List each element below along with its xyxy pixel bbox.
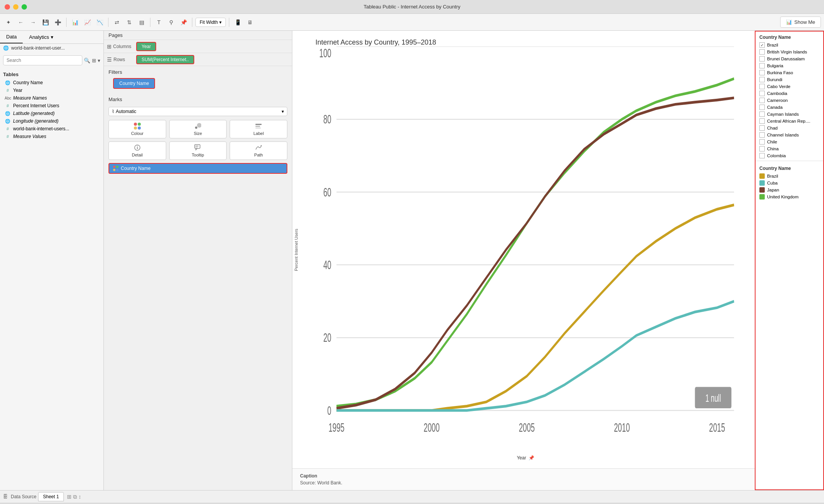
maximize-button[interactable]: [22, 4, 27, 10]
duplicate-sheet-icon[interactable]: ⧉: [73, 494, 77, 500]
columns-pill[interactable]: Year: [136, 42, 156, 51]
tab-data[interactable]: Data: [0, 31, 23, 43]
checkbox-channel[interactable]: [759, 132, 765, 138]
datasource-name[interactable]: world-bank-internet-user...: [11, 45, 65, 51]
colour-button[interactable]: Colour: [108, 120, 166, 138]
label-icon[interactable]: T: [153, 17, 164, 28]
rows-pill[interactable]: SUM(Percent Internet..: [136, 55, 194, 64]
svg-point-1: [197, 123, 201, 128]
add-sheet-icon[interactable]: ⊞: [67, 494, 72, 500]
minimize-button[interactable]: [13, 4, 18, 10]
field-country-name[interactable]: 🌐 Country Name: [0, 79, 103, 86]
field-label: world-bank-internet-users...: [13, 126, 69, 131]
checkbox-chile[interactable]: [759, 139, 765, 145]
chart3-icon[interactable]: 📉: [94, 17, 105, 28]
checkbox-bulgaria[interactable]: [759, 63, 765, 68]
legend-filter-car[interactable]: Central African Rep....: [756, 118, 823, 125]
forward-icon[interactable]: →: [28, 17, 38, 28]
pin-icon[interactable]: 📌: [178, 17, 189, 28]
filter-item-label: Cayman Islands: [767, 112, 799, 116]
checkbox-brunei[interactable]: [759, 56, 765, 62]
more-options-icon[interactable]: ▾: [98, 58, 100, 63]
size-button[interactable]: Size: [169, 120, 227, 138]
search-icon[interactable]: 🔍: [84, 58, 90, 63]
legend-uk[interactable]: United Kingdom: [756, 193, 823, 200]
size-icon: [194, 123, 201, 130]
checkbox-burundi[interactable]: [759, 77, 765, 82]
legend-filter-cabo[interactable]: Cabo Verde: [756, 83, 823, 90]
grid-view-icon[interactable]: ⊞: [92, 58, 96, 63]
filter-item-label: Cabo Verde: [767, 84, 791, 89]
checkbox-china[interactable]: [759, 146, 765, 151]
legend-cuba[interactable]: Cuba: [756, 180, 823, 186]
marks-type-dropdown[interactable]: ⌇ Automatic ▾: [108, 107, 287, 116]
legend-japan[interactable]: Japan: [756, 186, 823, 193]
legend-filter-cayman[interactable]: Cayman Islands: [756, 111, 823, 118]
legend-filter-brunei[interactable]: Brunei Darussalam: [756, 55, 823, 62]
field-worldbank[interactable]: # world-bank-internet-users...: [0, 125, 103, 133]
chart2-icon[interactable]: 📈: [82, 17, 93, 28]
swap-icon[interactable]: ⇄: [112, 17, 122, 28]
legend-filter-brazil[interactable]: ✓ Brazil: [756, 42, 823, 48]
tab-analytics[interactable]: Analytics ▾: [23, 31, 103, 43]
field-measure-values[interactable]: # Measure Values: [0, 133, 103, 140]
show-me-button[interactable]: 📊 Show Me: [780, 17, 821, 28]
legend-filter-channel[interactable]: Channel Islands: [756, 131, 823, 138]
legend-filter-bulgaria[interactable]: Bulgaria: [756, 62, 823, 69]
back-icon[interactable]: ←: [15, 17, 26, 28]
datasource-tab[interactable]: Data Source: [11, 494, 37, 499]
field-latitude[interactable]: 🌐 Latitude (generated): [0, 110, 103, 117]
size-label: Size: [194, 131, 202, 136]
add-datasource-icon[interactable]: ➕: [52, 17, 63, 28]
path-button[interactable]: Path: [230, 141, 287, 160]
svg-text:1995: 1995: [329, 421, 344, 434]
group-icon[interactable]: ▤: [136, 17, 147, 28]
present-icon[interactable]: 🖥: [245, 17, 255, 28]
checkbox-burkina[interactable]: [759, 70, 765, 75]
legend-filter-chad[interactable]: Chad: [756, 125, 823, 131]
checkbox-cayman[interactable]: [759, 111, 765, 117]
sort-sheet-icon[interactable]: ↕: [78, 494, 81, 500]
checkbox-cambodia[interactable]: [759, 91, 765, 96]
checkbox-car[interactable]: [759, 118, 765, 124]
label-button[interactable]: Label: [230, 120, 287, 138]
field-longitude[interactable]: 🌐 Longitude (generated): [0, 117, 103, 125]
chart-icon[interactable]: 📊: [70, 17, 80, 28]
legend-filter-colombia[interactable]: Colombia: [756, 152, 823, 159]
checkbox-cameroon[interactable]: [759, 98, 765, 103]
checkbox-cabo[interactable]: [759, 84, 765, 89]
japan-color-swatch: [759, 187, 765, 193]
checkbox-canada[interactable]: [759, 105, 765, 110]
search-input[interactable]: [3, 55, 82, 65]
device-icon[interactable]: 📱: [232, 17, 243, 28]
legend-filter-china[interactable]: China: [756, 145, 823, 152]
save-icon[interactable]: 💾: [40, 17, 51, 28]
color-pill[interactable]: Country Name: [108, 163, 287, 174]
tableau-logo-icon[interactable]: ✦: [3, 17, 14, 28]
legend-filter-cameroon[interactable]: Cameroon: [756, 97, 823, 104]
sort-icon[interactable]: ⇅: [124, 17, 135, 28]
field-percent-internet[interactable]: # Percent Internet Users: [0, 102, 103, 110]
legend-filter-canada[interactable]: Canada: [756, 104, 823, 111]
legend-brazil[interactable]: Brazil: [756, 173, 823, 180]
detail-button[interactable]: Detail: [108, 141, 166, 160]
y-axis-label: Percent Internet Users: [292, 47, 300, 453]
checkbox-colombia[interactable]: [759, 153, 765, 158]
legend-filter-cambodia[interactable]: Cambodia: [756, 90, 823, 97]
legend-filter-burundi[interactable]: Burundi: [756, 76, 823, 83]
legend-filter-bvi[interactable]: British Virgin Islands: [756, 48, 823, 55]
checkbox-chad[interactable]: [759, 125, 765, 131]
close-button[interactable]: [5, 4, 10, 10]
checkbox-brazil[interactable]: ✓: [759, 42, 765, 48]
sheet-tab-1[interactable]: Sheet 1: [38, 492, 64, 501]
field-measure-names[interactable]: Abc Measure Names: [0, 94, 103, 102]
legend-filter-chile[interactable]: Chile: [756, 138, 823, 145]
annotation-icon[interactable]: ⚲: [166, 17, 177, 28]
legend-filter-burkina[interactable]: Burkina Faso: [756, 69, 823, 76]
checkbox-bvi[interactable]: [759, 49, 765, 55]
window-controls[interactable]: [5, 4, 27, 10]
field-year[interactable]: # Year: [0, 86, 103, 94]
fit-width-button[interactable]: Fit Width ▾: [195, 18, 226, 27]
filter-pill-country[interactable]: Country Name: [113, 78, 155, 89]
tooltip-button[interactable]: Tooltip: [169, 141, 227, 160]
